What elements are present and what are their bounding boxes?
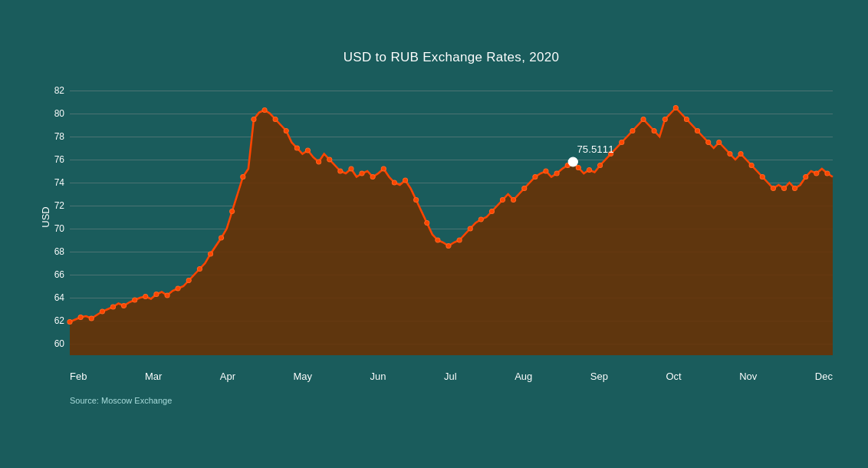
data-dot [381,166,386,171]
x-tick-apr: Apr [220,371,235,382]
y-tick-label-82: 82 [43,85,64,96]
data-dot [652,129,656,133]
data-dot [414,198,419,203]
data-dot [695,129,700,133]
data-dot [554,171,559,176]
y-tick-label-64: 64 [43,292,64,303]
x-tick-feb: Feb [70,371,87,382]
tooltip-text: 75.5111 [577,143,613,155]
data-dot [544,169,548,173]
y-tick-label-74: 74 [43,177,64,188]
data-dot [317,160,321,164]
data-dot [749,163,754,168]
y-tick-label-60: 60 [43,338,64,349]
x-tick-jul: Jul [444,371,457,382]
data-dot [208,252,212,256]
chart-container: USD to RUB Exchange Rates, 2020 USD 6062… [28,35,840,433]
data-dot [284,129,288,133]
data-dot [781,186,786,191]
data-dot [597,163,602,168]
data-dot [673,106,678,110]
data-dot [500,198,505,203]
data-dot [262,108,267,113]
data-dot [392,180,396,185]
chart-area: USD 606264666870727476788082 75.5111 Feb… [70,79,833,355]
data-dot [78,315,83,320]
data-dot [630,129,635,133]
x-tick-dec: Dec [815,371,833,382]
data-dot [230,209,235,214]
data-dot [587,168,591,173]
data-dot [273,117,278,122]
source-text: Source: Moscow Exchange [70,396,172,405]
data-dot [468,226,472,231]
data-dot [425,221,429,226]
data-dot [717,140,722,145]
data-dot [814,171,819,176]
line-chart: 75.5111 [70,79,833,355]
data-dot [728,152,732,157]
data-dot [436,238,440,242]
data-dot [176,286,180,291]
y-tick-label-66: 66 [43,269,64,280]
y-tick-label-70: 70 [43,223,64,234]
x-tick-may: May [294,371,313,382]
data-dot [825,171,830,176]
data-dot [100,309,104,314]
data-dot [370,175,375,180]
data-dot [121,304,126,308]
x-tick-mar: Mar [145,371,162,382]
data-dot [760,175,764,180]
y-tick-label-80: 80 [43,108,64,119]
data-dot [620,140,624,145]
x-tick-aug: Aug [515,371,532,382]
data-dot [241,175,245,180]
data-dot [294,146,299,150]
data-dot [133,298,137,302]
data-dot [349,166,353,171]
x-tick-oct: Oct [666,371,681,382]
data-dot [186,278,191,283]
x-tick-sep: Sep [590,371,608,382]
data-dot [684,117,689,122]
chart-area-fill [70,108,833,356]
chart-title: USD to RUB Exchange Rates, 2020 [70,50,833,65]
data-dot [793,186,797,191]
y-tick-label-78: 78 [43,131,64,142]
data-dot [738,152,743,157]
data-dot [511,198,516,203]
tooltip-dot [568,157,577,166]
data-dot [327,157,332,162]
data-dot [804,175,808,180]
data-dot [219,236,224,240]
data-dot [446,244,451,249]
y-tick-label-62: 62 [43,315,64,326]
data-dot [663,117,667,122]
data-dot [154,292,159,297]
x-tick-nov: Nov [739,371,757,382]
y-tick-label-72: 72 [43,200,64,211]
data-dot [576,166,580,170]
data-dot [706,140,711,145]
y-tick-label-76: 76 [43,154,64,165]
x-axis: FebMarAprMayJunJulAugSepOctNovDec [70,371,833,382]
data-dot [489,209,494,214]
data-dot [110,305,115,309]
y-tick-label-68: 68 [43,246,64,257]
data-dot [478,217,483,222]
data-dot [252,117,256,122]
data-dot [641,117,646,122]
data-dot [771,186,775,191]
data-dot [457,238,462,242]
data-dot [522,186,527,191]
data-dot [403,178,407,183]
data-dot [197,267,202,272]
data-dot [143,295,148,299]
data-dot [305,148,310,153]
data-dot [89,316,94,321]
data-dot [533,175,538,180]
data-dot [360,171,364,176]
data-dot [165,293,169,298]
x-tick-jun: Jun [370,371,386,382]
data-dot [67,320,72,325]
